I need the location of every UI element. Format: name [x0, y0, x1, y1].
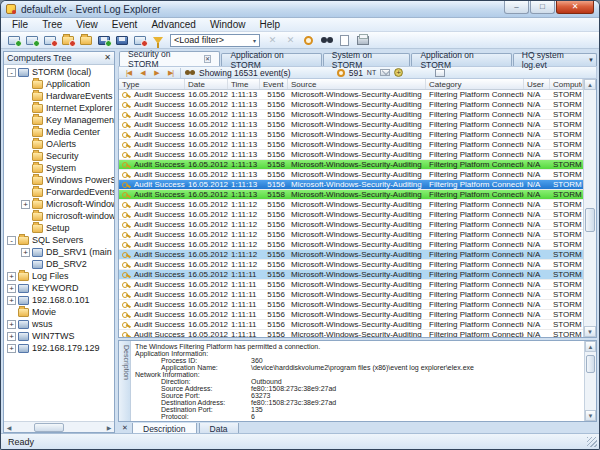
- log-tab[interactable]: HQ system log.evt ✕: [513, 53, 597, 66]
- menu-item[interactable]: File: [5, 19, 35, 30]
- save-log-button[interactable]: [95, 33, 112, 48]
- column-header[interactable]: Type: [119, 79, 185, 89]
- clear-filter-button[interactable]: ✕: [264, 33, 281, 48]
- tab-overflow-button[interactable]: ▼: [588, 57, 594, 63]
- event-row[interactable]: Audit Success 16.05.2012 1:11:13 5156 Mi…: [119, 180, 583, 190]
- scroll-right-icon[interactable]: ▶: [104, 424, 114, 431]
- description-close-button[interactable]: ✕: [120, 423, 130, 433]
- event-row[interactable]: Audit Success 16.05.2012 1:11:11 5156 Mi…: [119, 290, 583, 300]
- tree-expander[interactable]: -: [7, 68, 16, 77]
- tree-expander[interactable]: +: [21, 200, 30, 209]
- tree-item[interactable]: microsoft-windows-RemoteDeskto: [4, 210, 114, 222]
- tree-item[interactable]: - SQL Servers: [4, 234, 114, 246]
- column-header[interactable]: Date: [185, 79, 228, 89]
- time-correction-button[interactable]: [300, 33, 317, 48]
- event-row[interactable]: Audit Success 16.05.2012 1:11:12 5156 Mi…: [119, 230, 583, 240]
- open-log-button[interactable]: [59, 33, 76, 48]
- find-button[interactable]: [318, 33, 335, 48]
- tree-item[interactable]: Movie: [4, 306, 114, 318]
- tree-item[interactable]: Security: [4, 150, 114, 162]
- view-document-button[interactable]: [336, 33, 353, 48]
- tree-item[interactable]: Setup: [4, 222, 114, 234]
- tree-item[interactable]: HardwareEvents: [4, 90, 114, 102]
- menu-item[interactable]: Advanced: [144, 19, 202, 30]
- tree-item[interactable]: + WIN7TWS: [4, 330, 114, 342]
- event-row[interactable]: Audit Success 16.05.2012 1:11:13 5156 Mi…: [119, 100, 583, 110]
- disable-filter-button[interactable]: ✕: [282, 33, 299, 48]
- event-row[interactable]: Audit Success 16.05.2012 1:11:12 5156 Mi…: [119, 210, 583, 220]
- event-row[interactable]: Audit Success 16.05.2012 1:11:13 5156 Mi…: [119, 150, 583, 160]
- scroll-thumb[interactable]: [585, 208, 595, 232]
- event-row[interactable]: Audit Success 16.05.2012 1:11:11 5156 Mi…: [119, 320, 583, 330]
- tree-item[interactable]: ForwardedEvents: [4, 186, 114, 198]
- column-header[interactable]: Category: [426, 79, 524, 89]
- save-workspace-button[interactable]: [113, 33, 130, 48]
- scroll-thumb[interactable]: [586, 355, 595, 373]
- event-row[interactable]: Audit Success 16.05.2012 1:11:13 5156 Mi…: [119, 170, 583, 180]
- event-row[interactable]: Audit Success 16.05.2012 1:11:12 5156 Mi…: [119, 250, 583, 260]
- filter-button[interactable]: [149, 33, 166, 48]
- tree-horizontal-scrollbar[interactable]: ◀ ▶: [4, 421, 114, 432]
- load-filter-combobox[interactable]: <Load filter> ▾: [170, 34, 260, 47]
- tree-item[interactable]: Key Management Service: [4, 114, 114, 126]
- event-row[interactable]: Audit Success 16.05.2012 1:11:11 5156 Mi…: [119, 300, 583, 310]
- scroll-down-icon[interactable]: ▼: [585, 410, 596, 421]
- tree-item[interactable]: Media Center: [4, 126, 114, 138]
- menu-item[interactable]: Event: [105, 19, 145, 30]
- tree-item[interactable]: DB_SRV2: [4, 258, 114, 270]
- tree-expander[interactable]: -: [7, 236, 16, 245]
- open-log-file-button[interactable]: [77, 33, 94, 48]
- mail-icon[interactable]: [380, 69, 390, 76]
- log-tab[interactable]: System on STORM ✕: [323, 53, 411, 66]
- event-row[interactable]: Audit Success 16.05.2012 1:11:13 5156 Mi…: [119, 120, 583, 130]
- log-tab[interactable]: Application on STORM ✕: [221, 53, 321, 66]
- tree-close-button[interactable]: ✕: [104, 54, 111, 62]
- event-row[interactable]: Audit Success 16.05.2012 1:11:13 5156 Mi…: [119, 90, 583, 100]
- event-row[interactable]: Audit Success 16.05.2012 1:11:13 5156 Mi…: [119, 140, 583, 150]
- connect-computer-button[interactable]: [5, 33, 22, 48]
- column-header[interactable]: User: [524, 79, 550, 89]
- close-log-button[interactable]: [131, 33, 148, 48]
- tree-item[interactable]: + 192.168.179.129: [4, 342, 114, 354]
- event-row[interactable]: Audit Success 16.05.2012 1:11:12 5156 Mi…: [119, 260, 583, 270]
- log-tab[interactable]: Application on STORM ✕: [411, 53, 511, 66]
- close-button[interactable]: ✕: [556, 1, 594, 14]
- column-header[interactable]: Source: [288, 79, 426, 89]
- remove-computer-button[interactable]: [41, 33, 58, 48]
- description-scrollbar[interactable]: ▲ ▼: [584, 341, 596, 421]
- tree-expander[interactable]: +: [7, 332, 16, 341]
- tree-item[interactable]: OAlerts: [4, 138, 114, 150]
- column-header[interactable]: Event: [260, 79, 288, 89]
- tab-close-icon[interactable]: ✕: [204, 55, 212, 63]
- scroll-up-icon[interactable]: ▲: [585, 341, 596, 352]
- add-computer-button[interactable]: [23, 33, 40, 48]
- tree-expander[interactable]: +: [7, 272, 16, 281]
- tree-item[interactable]: + Log Files: [4, 270, 114, 282]
- print-button[interactable]: [354, 33, 371, 48]
- tree-item[interactable]: Application: [4, 78, 114, 90]
- event-row[interactable]: Audit Success 16.05.2012 1:11:11 5156 Mi…: [119, 280, 583, 290]
- tree-expander[interactable]: +: [7, 344, 16, 353]
- tree-item[interactable]: Internet Explorer: [4, 102, 114, 114]
- event-row[interactable]: Audit Success 16.05.2012 1:11:12 5156 Mi…: [119, 240, 583, 250]
- event-row[interactable]: Audit Success 16.05.2012 1:11:13 5156 Mi…: [119, 130, 583, 140]
- event-row[interactable]: Audit Success 16.05.2012 1:11:13 5158 Mi…: [119, 160, 583, 170]
- tree-expander[interactable]: +: [7, 320, 16, 329]
- tree-item[interactable]: + KEYWORD: [4, 282, 114, 294]
- column-header[interactable]: Time: [228, 79, 260, 89]
- event-row[interactable]: Audit Success 16.05.2012 1:11:13 5158 Mi…: [119, 190, 583, 200]
- tree-item[interactable]: - STORM (local): [4, 66, 114, 78]
- event-row[interactable]: Audit Success 16.05.2012 1:11:12 5156 Mi…: [119, 200, 583, 210]
- menu-item[interactable]: Tree: [35, 19, 69, 30]
- tree-item[interactable]: + Microsoft-Windows: [4, 198, 114, 210]
- column-header[interactable]: Computer: [550, 79, 583, 89]
- event-row[interactable]: Audit Success 16.05.2012 1:11:11 5156 Mi…: [119, 310, 583, 320]
- scroll-down-icon[interactable]: ▼: [584, 326, 596, 337]
- event-row[interactable]: Audit Success 16.05.2012 1:11:13 5156 Mi…: [119, 110, 583, 120]
- menu-item[interactable]: View: [69, 19, 105, 30]
- tree-item[interactable]: Windows PowerShell: [4, 174, 114, 186]
- log-tab[interactable]: Security on STORM ✕: [119, 51, 220, 66]
- event-row[interactable]: Audit Success 16.05.2012 1:11:11 5156 Mi…: [119, 330, 583, 337]
- menu-item[interactable]: Window: [203, 19, 253, 30]
- event-row[interactable]: Audit Success 16.05.2012 1:11:12 5156 Mi…: [119, 220, 583, 230]
